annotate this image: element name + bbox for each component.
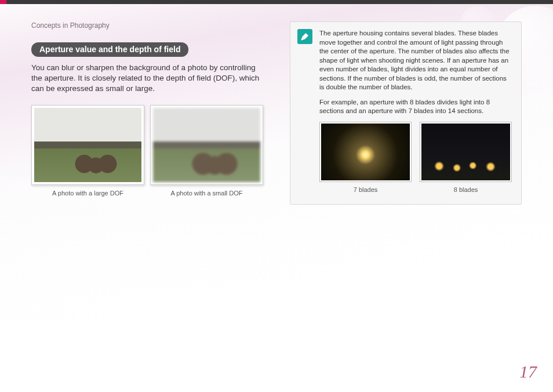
page-number: 17 xyxy=(519,362,537,382)
photo-frame xyxy=(31,105,144,185)
info-box: The aperture housing contains several bl… xyxy=(290,21,522,205)
body-paragraph: You can blur or sharpen the background o… xyxy=(31,63,263,95)
photo-frame xyxy=(319,122,412,182)
dof-photo-card: A photo with a small DOF xyxy=(150,105,263,197)
top-bar-accent xyxy=(0,0,6,4)
pen-note-icon xyxy=(297,29,312,44)
photo-caption: 7 blades xyxy=(319,186,412,194)
photo-caption: A photo with a large DOF xyxy=(31,190,144,197)
left-column: Concepts in Photography Aperture value a… xyxy=(31,21,263,205)
photo-caption: 8 blades xyxy=(420,186,512,194)
page-content: Concepts in Photography Aperture value a… xyxy=(0,4,553,205)
blade-photo-card: 8 blades xyxy=(420,122,512,194)
photo-7-blades xyxy=(321,124,410,180)
dof-photo-card: A photo with a large DOF xyxy=(31,105,144,197)
top-bar xyxy=(0,0,553,4)
photo-frame xyxy=(150,105,263,185)
section-heading: Aperture value and the depth of field xyxy=(31,42,188,57)
chapter-label: Concepts in Photography xyxy=(31,21,263,30)
photo-8-blades xyxy=(421,124,510,180)
dof-photo-pair: A photo with a large DOF A photo with a … xyxy=(31,105,263,197)
info-paragraph: The aperture housing contains several bl… xyxy=(319,29,512,92)
photo-caption: A photo with a small DOF xyxy=(150,190,263,197)
photo-small-dof xyxy=(153,108,260,182)
blade-photo-pair: 7 blades 8 blades xyxy=(319,122,512,194)
blade-photo-card: 7 blades xyxy=(319,122,412,194)
photo-frame xyxy=(420,122,512,182)
right-column: The aperture housing contains several bl… xyxy=(290,21,522,205)
photo-large-dof xyxy=(34,108,141,182)
info-paragraph: For example, an aperture with 8 blades d… xyxy=(319,98,512,116)
